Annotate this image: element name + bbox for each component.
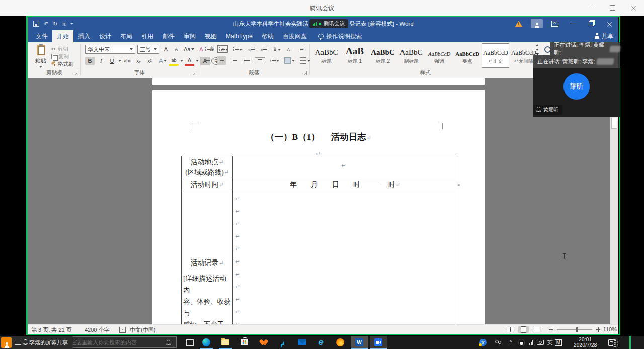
save-icon[interactable] [33,21,39,27]
style-subtitle[interactable]: AaBbC 副标题 [397,44,425,67]
tray-overflow-chevron[interactable]: ^ [506,336,515,349]
decrease-indent-button[interactable]: « [247,45,256,54]
align-left-button[interactable] [204,56,214,65]
paragraph-dialog-launcher[interactable] [303,71,307,75]
font-size-combo[interactable]: 三号 [137,45,159,54]
underline-dropdown-icon[interactable] [118,60,121,62]
multilevel-list-button[interactable] [232,45,244,54]
asian-layout-button[interactable]: 文 [272,45,282,54]
styles-scroll-down-icon[interactable] [536,49,539,51]
meeting-floating-badge[interactable]: 腾讯会议 [309,19,348,28]
table-cell-record-label[interactable]: 活动记录↵ [182,258,232,268]
word-restore-button[interactable] [582,17,600,30]
increase-indent-button[interactable]: » [259,45,269,54]
tab-help[interactable]: 帮助 [257,30,278,42]
undo-icon[interactable]: ↶ [44,21,48,27]
tray-help[interactable]: ? [477,336,489,349]
format-painter-button[interactable]: 格式刷 [51,60,74,68]
tray-ime-mode[interactable]: M [553,336,564,349]
taskb​ar-ie[interactable]: e [312,336,330,349]
shading-button[interactable] [283,56,296,65]
shrink-font-button[interactable]: Aˇ [172,45,182,53]
subscript-button[interactable]: x₂ [134,57,143,65]
grow-font-button[interactable]: Aˆ [162,45,171,53]
taskbar-browser-360[interactable] [255,336,272,349]
zoom-in-button[interactable] [596,327,600,332]
tab-layout[interactable]: 布局 [116,30,137,42]
mathtype-pi-icon[interactable]: π [62,21,66,27]
distribute-button[interactable] [255,57,265,64]
table-cell-time-label[interactable]: 活动时间↵ [182,180,232,189]
tray-clock[interactable]: 20:01 2020/7/28 [567,336,604,349]
zoom-slider-thumb[interactable] [576,327,578,332]
tray-action-center[interactable]: 2 [606,336,618,349]
word-count[interactable]: 4200 个字 [85,326,110,334]
highlight-button[interactable]: ab [169,56,179,66]
tab-baidu-netdisk[interactable]: 百度网盘 [278,30,311,42]
meeting-maximize-button[interactable] [602,0,623,16]
superscript-button[interactable]: x² [145,57,154,65]
style-emphasis[interactable]: AaBbCcD 强调 [426,44,453,67]
strikethrough-button[interactable]: abc [123,57,132,65]
table-resize-marker[interactable]: ◄ [456,183,460,187]
table-cell-record-value[interactable]: ↵ ↵ ↵ ↵ ↵ ↵ ↵ ↵ ↵ ↵ ↵ ↵ [235,192,240,324]
tray-people[interactable] [492,336,504,349]
taskbar-thunder[interactable] [274,336,291,349]
table-cell-record-note[interactable]: [详细描述活动内 容、体验、收获与 感悟，不少于 300 字；以天为单位， 每天… [183,273,232,324]
tab-design[interactable]: 设计 [95,30,116,42]
line-spacing-button[interactable]: ↕ [268,56,280,65]
zoom-slider[interactable] [557,329,592,330]
zoom-percentage[interactable]: 110% [603,326,617,332]
zoom-out-button[interactable] [549,329,553,330]
word-minimize-button[interactable] [564,17,582,30]
copy-button[interactable]: 复制 [51,53,74,60]
tray-network[interactable] [526,336,536,349]
italic-button[interactable]: I [96,57,106,65]
style-heading2[interactable]: AaBbC 标题 2 [369,44,396,67]
tab-home[interactable]: 开始 [52,30,73,42]
account-avatar[interactable] [528,17,546,30]
change-case-button[interactable]: Aa [183,45,195,53]
meeting-minimize-button[interactable] [581,0,602,16]
tab-mailings[interactable]: 邮件 [158,30,179,42]
tab-review[interactable]: 审阅 [179,30,200,42]
align-center-button[interactable] [217,56,226,65]
style-heading[interactable]: AaBbC 标题 [313,44,340,67]
taskbar-file-explorer[interactable] [217,336,234,349]
show-marks-button[interactable]: ↵ [297,45,307,54]
tab-insert[interactable]: 插入 [73,30,95,42]
page-indicator[interactable]: 第 3 页, 共 21 页 [31,326,72,334]
read-mode-button[interactable] [505,326,516,333]
word-close-button[interactable] [600,17,618,30]
taskbar-firefox[interactable] [332,336,349,349]
table-cell-location-label[interactable]: 活动地点↵ [182,158,232,167]
justify-button[interactable] [242,56,252,65]
clipboard-dialog-launcher[interactable] [74,71,78,75]
web-layout-button[interactable] [531,326,542,333]
cut-button[interactable]: ✂ 剪切 [51,45,74,53]
tray-display[interactable] [535,336,545,349]
tell-me-search[interactable]: 操作说明搜索 [318,30,362,42]
font-color-button[interactable]: A [185,56,194,66]
underline-button[interactable]: U [107,57,117,65]
highlight-dropdown-icon[interactable] [180,60,183,62]
table-cell-time-value[interactable]: 年 月 日 时——— 时↵ [290,180,400,189]
style-heading1[interactable]: AaB 标题 1 [341,44,368,67]
taskbar-word-active[interactable]: W [351,336,368,349]
taskbar-tencent-meeting[interactable] [370,336,387,349]
upload-pending-warning[interactable] [510,17,528,30]
redo-icon[interactable]: ↻ [53,21,57,27]
bold-button[interactable]: B [85,57,95,65]
taskbar-edge[interactable] [198,336,215,349]
participant-video-tile[interactable]: 耀昕 黄耀昕 [533,68,620,117]
styles-scroll-up-icon[interactable] [536,44,539,46]
borders-button[interactable] [299,56,311,65]
bullet-list-button[interactable] [204,45,215,54]
share-button[interactable]: 共享 [595,30,613,42]
font-color-dropdown-icon[interactable] [196,60,199,62]
font-dialog-launcher[interactable] [192,71,196,75]
language-indicator[interactable]: 中文(中国) [130,326,155,334]
presenter-icon[interactable] [1,337,12,348]
style-normal-selected[interactable]: AaBbCcD ↵正文 [482,43,509,68]
document-canvas[interactable]: （一）B（1） 活动日志↵ ↵ 活动地点↵ (区域或路线)↵ ↵ 活动时间↵ [28,78,618,324]
